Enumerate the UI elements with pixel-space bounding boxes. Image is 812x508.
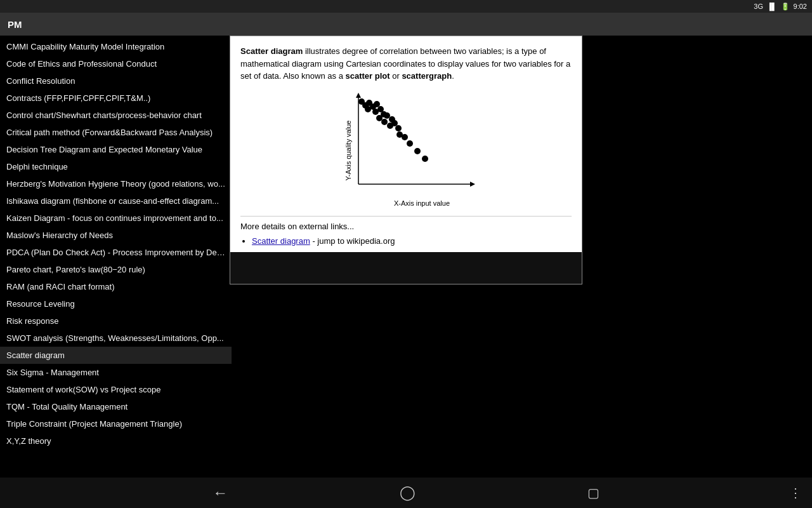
list-item[interactable]: Risk response [0, 312, 232, 330]
scatter-dot [414, 148, 421, 154]
scatter-svg [349, 90, 476, 198]
list-item[interactable]: Herzberg's Motivation Hygiene Theory (go… [0, 175, 232, 192]
external-links-list: Scatter diagram - jump to wikipedia.org [240, 236, 572, 246]
svg-marker-2 [356, 93, 361, 98]
status-bar: 3G ▐▌ 🔋 9:02 [0, 0, 812, 13]
svg-marker-3 [470, 182, 475, 187]
list-item[interactable]: X,Y,Z theory [0, 432, 232, 450]
scatter-dot [374, 101, 380, 107]
scatter-diagram-link[interactable]: Scatter diagram [252, 236, 310, 246]
more-details-header: More details on external links... [240, 222, 572, 231]
external-link-item[interactable]: Scatter diagram - jump to wikipedia.org [252, 236, 572, 246]
time-display: 9:02 [794, 3, 807, 10]
scatter-dot [384, 112, 390, 119]
nav-bar: ← ◯ ▢ [0, 478, 812, 508]
divider [240, 216, 572, 217]
list-item[interactable]: Delphi technique [0, 158, 232, 175]
network-indicator: 3G [754, 3, 763, 10]
list-item[interactable]: SWOT analysis (Strengths, Weaknesses/Lim… [0, 330, 232, 347]
home-button[interactable]: ◯ [400, 485, 416, 501]
scatter-dot [381, 119, 388, 125]
app-title: PM [8, 19, 22, 30]
overflow-menu-button[interactable]: ⋮ [789, 485, 802, 500]
detail-description: Scatter diagram illustrates degree of co… [240, 45, 572, 83]
list-item[interactable]: Pareto chart, Pareto's law(80−20 rule) [0, 261, 232, 278]
recents-button[interactable]: ▢ [587, 485, 599, 500]
signal-icon: ▐▌ [767, 3, 777, 10]
scatter-dot [407, 140, 413, 147]
x-axis-label: X-Axis input value [349, 199, 495, 207]
link-suffix: - jump to wikipedia.org [310, 236, 395, 246]
list-item[interactable]: Statement of work(SOW) vs Project scope [0, 381, 232, 398]
list-item[interactable]: Resource Leveling [0, 295, 232, 312]
list-item[interactable]: TQM - Total Quality Management [0, 398, 232, 415]
list-item[interactable]: Six Sigma - Management [0, 364, 232, 381]
list-item[interactable]: Conflict Resolution [0, 72, 232, 90]
list-item[interactable]: Decision Tree Diagram and Expected Monet… [0, 141, 232, 158]
list-item[interactable]: Contracts (FFP,FPIF,CPFF,CPIF,T&M..) [0, 90, 232, 107]
main-content: CMMI Capability Maturity Model Integrati… [0, 36, 812, 478]
topic-list[interactable]: CMMI Capability Maturity Model Integrati… [0, 36, 232, 478]
list-item[interactable]: Ishikawa diagram (fishbone or cause-and-… [0, 192, 232, 210]
list-item[interactable]: Scatter diagram [0, 347, 232, 364]
detail-content: Scatter diagram illustrates degree of co… [230, 36, 582, 252]
term-title: Scatter diagram [240, 46, 303, 56]
list-item[interactable]: Critical path method (Forward&Backward P… [0, 124, 232, 141]
list-item[interactable]: Kaizen Diagram - focus on continues impr… [0, 210, 232, 227]
battery-icon: 🔋 [781, 3, 790, 11]
list-item[interactable]: CMMI Capability Maturity Model Integrati… [0, 38, 232, 55]
list-item[interactable]: Code of Ethics and Professional Conduct [0, 55, 232, 72]
app-bar: PM [0, 13, 812, 36]
list-item[interactable]: Triple Constraint (Project Management Tr… [0, 415, 232, 432]
list-item[interactable]: Maslow's Hierarchy of Needs [0, 227, 232, 244]
list-item[interactable]: RAM (and RACI chart format) [0, 278, 232, 295]
detail-panel: Scatter diagram illustrates degree of co… [230, 36, 582, 284]
scatter-dot [376, 115, 383, 121]
panel-footer [230, 252, 582, 284]
scatter-dot [395, 125, 402, 131]
list-item[interactable]: PDCA (Plan Do Check Act) - Process Impro… [0, 244, 232, 261]
scatter-dot [391, 120, 398, 126]
back-button[interactable]: ← [213, 484, 228, 502]
scatter-wrap: Y-Axis quality value X-Axis input value [349, 90, 495, 211]
list-item[interactable]: Control chart/Shewhart charts/process-be… [0, 107, 232, 124]
y-axis-label: Y-Axis quality value [344, 120, 352, 180]
scatter-chart-container: Y-Axis quality value X-Axis input value [240, 90, 572, 211]
scatter-dot [402, 134, 408, 140]
scatter-dot [422, 156, 428, 162]
